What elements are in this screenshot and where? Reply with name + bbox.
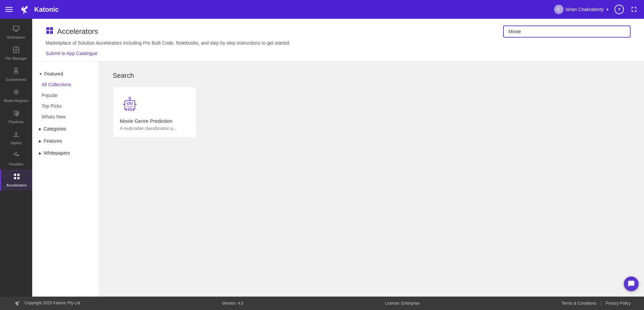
featured-header[interactable]: ▼ Featured <box>32 68 99 79</box>
sidebar-label-file-manager: File Manager <box>5 56 27 60</box>
svg-point-1 <box>15 91 17 93</box>
nav-item-whats-new[interactable]: Whats New <box>32 111 99 122</box>
sidebar-item-accelerators[interactable]: Accelerators <box>0 169 32 191</box>
sidebar-label-workspace: Workspace <box>7 35 25 39</box>
categories-arrow: ▶ <box>39 127 42 131</box>
sidebar-item-pipelines[interactable]: Pipelines <box>0 106 32 127</box>
sidebar-label-visualize: Visualize <box>9 162 23 166</box>
card-title: Movie Genre Prediction <box>120 118 190 124</box>
nav-section-categories: ▶ Categories <box>32 123 99 134</box>
file-manager-icon <box>12 46 20 55</box>
svg-rect-9 <box>17 177 19 179</box>
page-description: Marketplace of Solution Accelerators inc… <box>46 40 631 46</box>
sidebar-label-pipelines: Pipelines <box>9 120 24 124</box>
features-header[interactable]: ▶ Features <box>32 136 99 146</box>
nav-item-top-picks[interactable]: Top Picks <box>32 101 99 111</box>
experiments-icon <box>12 67 20 76</box>
categories-label: Categories <box>44 126 66 132</box>
section-title: Search <box>113 72 631 80</box>
svg-point-2 <box>17 112 19 114</box>
svg-rect-13 <box>50 31 53 34</box>
svg-rect-10 <box>46 27 49 30</box>
card-description: A multi-label classification p... <box>120 126 190 131</box>
features-label: Features <box>44 138 62 144</box>
svg-rect-0 <box>13 26 19 30</box>
categories-header[interactable]: ▶ Categories <box>32 123 99 134</box>
sidebar-label-experiments: Experiments <box>6 78 26 82</box>
nav-item-all-collections[interactable]: All Collections <box>32 79 99 90</box>
features-arrow: ▶ <box>39 139 42 143</box>
chevron-down-icon: ▼ <box>606 8 609 11</box>
header: Katonic IC Ishan Chakraborty ▼ ? <box>0 0 644 19</box>
page-title-text: Accelerators <box>57 27 98 36</box>
footer: Copyright 2023 Katonic Pty Ltd Version: … <box>0 297 644 310</box>
page-title: Accelerators <box>46 27 98 37</box>
user-avatar: IC <box>554 5 564 14</box>
nav-section-features: ▶ Features <box>32 136 99 146</box>
sidebar-item-workspace[interactable]: Workspace <box>0 21 32 43</box>
footer-copyright: Copyright 2023 Katonic Pty Ltd <box>13 299 80 307</box>
submit-link[interactable]: Submit to App Catalogue <box>46 51 98 61</box>
copyright-text: Copyright 2023 Katonic Pty Ltd <box>24 301 80 305</box>
svg-rect-11 <box>50 27 53 30</box>
sidebar-item-visualize[interactable]: Visualize <box>0 148 32 169</box>
sidebar-item-model-registry[interactable]: Model Registry <box>0 85 32 106</box>
whitepapers-arrow: ▶ <box>39 151 42 155</box>
featured-label: Featured <box>44 71 63 76</box>
nav-item-popular[interactable]: Popular <box>32 90 99 101</box>
search-container <box>503 25 631 38</box>
svg-rect-8 <box>14 177 16 179</box>
search-input[interactable] <box>503 25 631 38</box>
whitepapers-header[interactable]: ▶ Whitepapers <box>32 148 99 158</box>
footer-separator: | <box>600 301 601 306</box>
terms-link[interactable]: Terms & Conditions <box>561 301 596 306</box>
sidebar-item-file-manager[interactable]: File Manager <box>0 43 32 64</box>
main-panel: Search <box>99 62 644 310</box>
svg-rect-12 <box>46 31 49 34</box>
expand-button[interactable] <box>629 5 639 14</box>
main-content: Accelerators Marketplace of Solution Acc… <box>32 19 644 310</box>
sidebar-item-experiments[interactable]: Experiments <box>0 64 32 85</box>
whitepapers-label: Whitepapers <box>44 150 70 156</box>
svg-rect-20 <box>129 109 130 110</box>
user-menu[interactable]: IC Ishan Chakraborty ▼ <box>554 5 609 14</box>
sidebar-item-deploy[interactable]: Deploy <box>0 127 32 148</box>
featured-arrow: ▼ <box>39 72 42 76</box>
card-movie-genre-prediction[interactable]: Movie Genre Prediction A multi-label cla… <box>113 86 197 138</box>
help-button[interactable]: ? <box>614 5 624 14</box>
svg-point-4 <box>16 152 17 153</box>
accelerators-icon <box>13 173 20 182</box>
svg-point-3 <box>16 114 18 116</box>
footer-license: License: Enterprise <box>385 301 420 306</box>
left-nav: ▼ Featured All Collections Popular Top P… <box>32 62 99 310</box>
nav-section-featured: ▼ Featured All Collections Popular Top P… <box>32 68 99 122</box>
cards-grid: Movie Genre Prediction A multi-label cla… <box>113 86 631 138</box>
sidebar-label-model-registry: Model Registry <box>4 99 28 103</box>
svg-rect-21 <box>131 109 133 110</box>
user-name: Ishan Chakraborty <box>566 7 604 12</box>
svg-rect-6 <box>14 174 16 176</box>
deploy-icon <box>12 131 20 140</box>
accelerators-title-icon <box>46 27 54 37</box>
sidebar-label-deploy: Deploy <box>10 141 22 145</box>
pipelines-icon <box>12 109 20 118</box>
page-title-row: Accelerators <box>46 25 631 38</box>
header-left: Katonic <box>5 3 59 16</box>
layout: Workspace File Manager Experiments Model… <box>0 19 644 310</box>
privacy-link[interactable]: Privacy Policy <box>605 301 631 306</box>
nav-section-whitepapers: ▶ Whitepapers <box>32 148 99 158</box>
page-header: Accelerators Marketplace of Solution Acc… <box>32 19 644 62</box>
logo: Katonic <box>18 3 59 16</box>
content-area: ▼ Featured All Collections Popular Top P… <box>32 62 644 310</box>
workspace-icon <box>12 25 20 34</box>
menu-button[interactable] <box>5 7 13 12</box>
logo-text: Katonic <box>34 6 59 13</box>
model-registry-icon <box>12 88 20 97</box>
sidebar: Workspace File Manager Experiments Model… <box>0 19 32 297</box>
svg-rect-15 <box>127 103 129 104</box>
svg-rect-19 <box>127 109 128 110</box>
visualize-icon <box>12 152 20 161</box>
header-right: IC Ishan Chakraborty ▼ ? <box>554 5 639 14</box>
chat-widget[interactable] <box>624 276 639 291</box>
svg-rect-7 <box>17 174 19 176</box>
